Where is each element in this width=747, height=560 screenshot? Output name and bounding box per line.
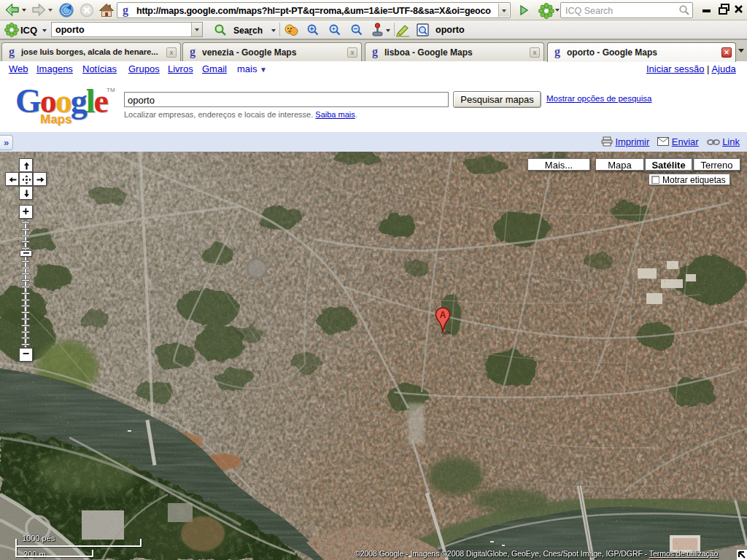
svg-text:A: A bbox=[440, 310, 446, 320]
